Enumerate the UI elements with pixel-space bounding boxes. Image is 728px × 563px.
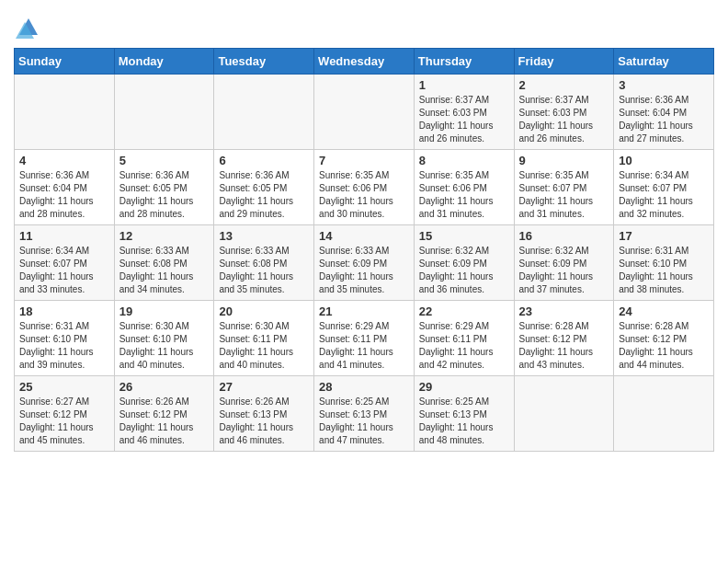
day-number: 18 [19,304,109,318]
day-info: Sunrise: 6:35 AM Sunset: 6:06 PM Dayligh… [419,169,509,221]
day-info: Sunrise: 6:37 AM Sunset: 6:03 PM Dayligh… [519,94,609,145]
header-cell-saturday: Saturday [614,49,714,75]
calendar-cell: 5Sunrise: 6:36 AM Sunset: 6:05 PM Daylig… [114,150,214,225]
calendar-week-3: 11Sunrise: 6:34 AM Sunset: 6:07 PM Dayli… [15,225,714,301]
header-cell-wednesday: Wednesday [314,49,415,75]
calendar-cell: 6Sunrise: 6:36 AM Sunset: 6:05 PM Daylig… [214,150,314,225]
calendar-cell: 14Sunrise: 6:33 AM Sunset: 6:09 PM Dayli… [314,225,415,301]
day-number: 9 [519,154,609,167]
day-info: Sunrise: 6:37 AM Sunset: 6:03 PM Dayligh… [419,94,509,145]
calendar-week-4: 18Sunrise: 6:31 AM Sunset: 6:10 PM Dayli… [15,301,714,376]
calendar-cell: 3Sunrise: 6:36 AM Sunset: 6:04 PM Daylig… [614,75,714,150]
calendar-cell: 9Sunrise: 6:35 AM Sunset: 6:07 PM Daylig… [514,150,614,225]
calendar-cell [214,75,314,150]
day-info: Sunrise: 6:29 AM Sunset: 6:11 PM Dayligh… [319,320,409,372]
day-info: Sunrise: 6:36 AM Sunset: 6:05 PM Dayligh… [119,169,210,221]
day-number: 13 [219,229,309,243]
day-info: Sunrise: 6:34 AM Sunset: 6:07 PM Dayligh… [19,245,109,296]
calendar-cell: 27Sunrise: 6:26 AM Sunset: 6:13 PM Dayli… [214,376,314,452]
header [14,9,714,42]
calendar-cell [114,75,214,150]
day-number: 25 [19,380,109,394]
day-info: Sunrise: 6:25 AM Sunset: 6:13 PM Dayligh… [419,396,509,447]
header-cell-tuesday: Tuesday [214,49,314,75]
day-info: Sunrise: 6:25 AM Sunset: 6:13 PM Dayligh… [319,396,409,447]
calendar-cell: 21Sunrise: 6:29 AM Sunset: 6:11 PM Dayli… [314,301,415,376]
day-info: Sunrise: 6:35 AM Sunset: 6:07 PM Dayligh… [519,169,609,221]
day-info: Sunrise: 6:35 AM Sunset: 6:06 PM Dayligh… [319,169,409,221]
day-number: 28 [319,380,409,394]
day-number: 12 [119,229,210,243]
page: SundayMondayTuesdayWednesdayThursdayFrid… [0,0,728,465]
day-info: Sunrise: 6:36 AM Sunset: 6:05 PM Dayligh… [219,169,309,221]
header-cell-sunday: Sunday [15,49,115,75]
day-number: 22 [419,304,509,318]
day-info: Sunrise: 6:30 AM Sunset: 6:11 PM Dayligh… [219,320,309,372]
calendar-cell: 20Sunrise: 6:30 AM Sunset: 6:11 PM Dayli… [214,301,314,376]
day-number: 17 [619,229,709,243]
calendar-cell: 15Sunrise: 6:32 AM Sunset: 6:09 PM Dayli… [414,225,514,301]
day-info: Sunrise: 6:32 AM Sunset: 6:09 PM Dayligh… [519,245,609,296]
calendar-cell: 2Sunrise: 6:37 AM Sunset: 6:03 PM Daylig… [514,75,614,150]
day-info: Sunrise: 6:33 AM Sunset: 6:09 PM Dayligh… [319,245,409,296]
day-number: 15 [419,229,509,243]
calendar-cell: 11Sunrise: 6:34 AM Sunset: 6:07 PM Dayli… [15,225,115,301]
day-info: Sunrise: 6:28 AM Sunset: 6:12 PM Dayligh… [519,320,609,372]
day-number: 8 [419,154,509,167]
day-info: Sunrise: 6:31 AM Sunset: 6:10 PM Dayligh… [19,320,109,372]
calendar-cell: 10Sunrise: 6:34 AM Sunset: 6:07 PM Dayli… [614,150,714,225]
day-number: 10 [619,154,709,167]
calendar-cell: 26Sunrise: 6:26 AM Sunset: 6:12 PM Dayli… [114,376,214,452]
day-number: 4 [19,154,109,167]
calendar-cell: 18Sunrise: 6:31 AM Sunset: 6:10 PM Dayli… [15,301,115,376]
logo-icon [14,26,41,41]
header-row: SundayMondayTuesdayWednesdayThursdayFrid… [15,49,714,75]
day-info: Sunrise: 6:26 AM Sunset: 6:12 PM Dayligh… [119,396,210,447]
calendar-cell: 25Sunrise: 6:27 AM Sunset: 6:12 PM Dayli… [15,376,115,452]
calendar-cell [614,376,714,452]
day-info: Sunrise: 6:29 AM Sunset: 6:11 PM Dayligh… [419,320,509,372]
day-number: 3 [619,78,709,92]
calendar-table: SundayMondayTuesdayWednesdayThursdayFrid… [14,48,714,452]
calendar-cell: 17Sunrise: 6:31 AM Sunset: 6:10 PM Dayli… [614,225,714,301]
day-number: 23 [519,304,609,318]
calendar-cell: 12Sunrise: 6:33 AM Sunset: 6:08 PM Dayli… [114,225,214,301]
day-info: Sunrise: 6:33 AM Sunset: 6:08 PM Dayligh… [219,245,309,296]
day-number: 1 [419,78,509,92]
calendar-cell: 19Sunrise: 6:30 AM Sunset: 6:10 PM Dayli… [114,301,214,376]
calendar-cell: 23Sunrise: 6:28 AM Sunset: 6:12 PM Dayli… [514,301,614,376]
day-info: Sunrise: 6:31 AM Sunset: 6:10 PM Dayligh… [619,245,709,296]
header-cell-friday: Friday [514,49,614,75]
day-number: 27 [219,380,309,394]
calendar-cell: 13Sunrise: 6:33 AM Sunset: 6:08 PM Dayli… [214,225,314,301]
calendar-cell [15,75,115,150]
day-info: Sunrise: 6:36 AM Sunset: 6:04 PM Dayligh… [619,94,709,145]
calendar-week-2: 4Sunrise: 6:36 AM Sunset: 6:04 PM Daylig… [15,150,714,225]
calendar-cell [514,376,614,452]
calendar-cell: 1Sunrise: 6:37 AM Sunset: 6:03 PM Daylig… [414,75,514,150]
day-number: 19 [119,304,210,318]
calendar-cell: 24Sunrise: 6:28 AM Sunset: 6:12 PM Dayli… [614,301,714,376]
calendar-week-5: 25Sunrise: 6:27 AM Sunset: 6:12 PM Dayli… [15,376,714,452]
calendar-cell: 28Sunrise: 6:25 AM Sunset: 6:13 PM Dayli… [314,376,415,452]
day-number: 16 [519,229,609,243]
day-number: 29 [419,380,509,394]
day-info: Sunrise: 6:36 AM Sunset: 6:04 PM Dayligh… [19,169,109,221]
day-info: Sunrise: 6:34 AM Sunset: 6:07 PM Dayligh… [619,169,709,221]
calendar-cell: 22Sunrise: 6:29 AM Sunset: 6:11 PM Dayli… [414,301,514,376]
day-info: Sunrise: 6:30 AM Sunset: 6:10 PM Dayligh… [119,320,210,372]
day-info: Sunrise: 6:27 AM Sunset: 6:12 PM Dayligh… [19,396,109,447]
day-number: 21 [319,304,409,318]
day-number: 24 [619,304,709,318]
day-number: 20 [219,304,309,318]
day-number: 6 [219,154,309,167]
header-cell-thursday: Thursday [414,49,514,75]
day-info: Sunrise: 6:26 AM Sunset: 6:13 PM Dayligh… [219,396,309,447]
calendar-cell: 8Sunrise: 6:35 AM Sunset: 6:06 PM Daylig… [414,150,514,225]
day-info: Sunrise: 6:28 AM Sunset: 6:12 PM Dayligh… [619,320,709,372]
calendar-cell: 7Sunrise: 6:35 AM Sunset: 6:06 PM Daylig… [314,150,415,225]
day-number: 5 [119,154,210,167]
calendar-cell [314,75,415,150]
day-info: Sunrise: 6:32 AM Sunset: 6:09 PM Dayligh… [419,245,509,296]
day-number: 7 [319,154,409,167]
